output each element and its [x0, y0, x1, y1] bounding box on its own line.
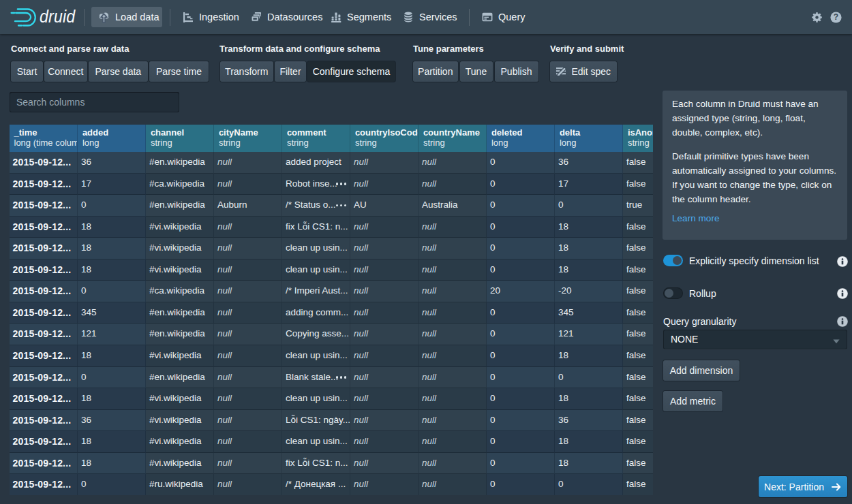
svg-text:?: ? — [834, 12, 838, 22]
